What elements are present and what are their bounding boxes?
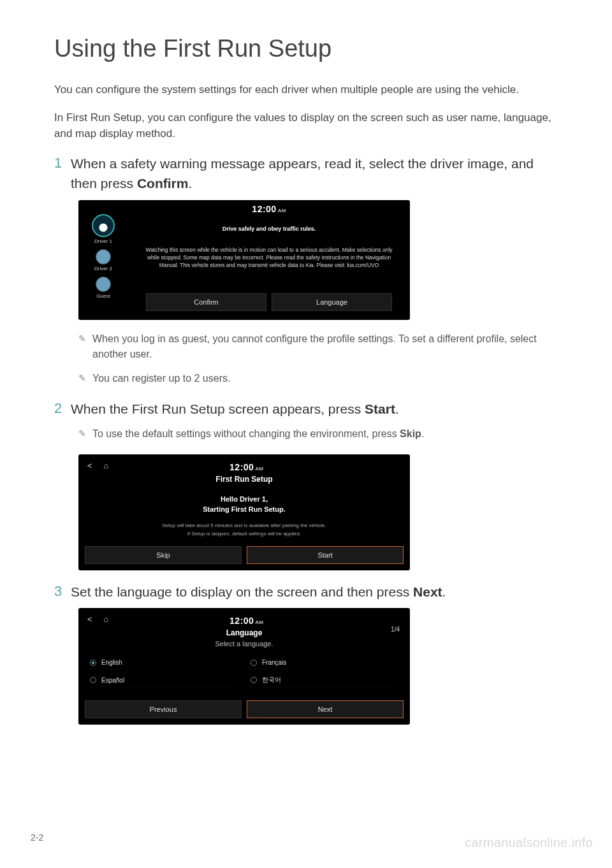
setup-note-1: Setup will take about 5 minutes and is a… bbox=[104, 522, 384, 530]
screen-title: First Run Setup bbox=[78, 472, 410, 484]
step-2-text: When the First Run Setup screen appears,… bbox=[71, 399, 399, 419]
note-skip: To use the default settings without chan… bbox=[92, 426, 424, 442]
pager: 1/4 bbox=[391, 626, 400, 633]
screen-subtitle: Select a language. bbox=[78, 637, 410, 647]
watermark: carmanualsonline.info bbox=[465, 835, 593, 850]
screenshot-language: < ⌂ 12:00AM Language 1/4 Select a langua… bbox=[78, 608, 410, 725]
pencil-icon: ✎ bbox=[78, 426, 86, 440]
lang-option-english[interactable]: English bbox=[90, 656, 238, 669]
clock: 12:00AM bbox=[92, 458, 401, 472]
start-button[interactable]: Start bbox=[247, 546, 404, 564]
pencil-icon: ✎ bbox=[78, 371, 86, 385]
driver1-label: Driver 1 bbox=[94, 238, 112, 244]
back-icon[interactable]: < bbox=[87, 461, 92, 470]
guest-avatar[interactable] bbox=[96, 277, 111, 292]
previous-button[interactable]: Previous bbox=[85, 700, 242, 718]
intro-paragraph-1: You can configure the system settings fo… bbox=[54, 82, 561, 98]
screen-title: Language bbox=[78, 626, 410, 637]
driver-selector: Driver 1 Driver 2 Guest bbox=[78, 200, 128, 320]
step-2: 2 When the First Run Setup screen appear… bbox=[54, 399, 561, 419]
clock: 12:00AM bbox=[140, 200, 398, 214]
setup-note-2: If Setup is skipped, default settings wi… bbox=[104, 530, 384, 539]
skip-button[interactable]: Skip bbox=[85, 546, 242, 564]
note-register: You can register up to 2 users. bbox=[92, 371, 230, 386]
page-number: 2-2 bbox=[31, 832, 43, 843]
step-1: 1 When a safety warning message appears,… bbox=[54, 154, 561, 194]
radio-icon bbox=[90, 677, 96, 683]
radio-icon bbox=[90, 660, 96, 666]
screenshot-first-run: < ⌂ 12:00AM First Run Setup Hello Driver… bbox=[78, 454, 410, 570]
pencil-icon: ✎ bbox=[78, 331, 86, 345]
language-button[interactable]: Language bbox=[272, 293, 392, 311]
confirm-button[interactable]: Confirm bbox=[146, 293, 266, 311]
page-title: Using the First Run Setup bbox=[54, 35, 561, 62]
radio-icon bbox=[251, 677, 257, 683]
step-1-notes: ✎ When you log in as guest, you cannot c… bbox=[78, 331, 561, 386]
warning-body: Watching this screen while the vehicle i… bbox=[140, 246, 398, 270]
driver1-avatar[interactable] bbox=[92, 214, 115, 237]
lang-option-francais[interactable]: Français bbox=[251, 656, 398, 669]
step-3-number: 3 bbox=[54, 582, 71, 602]
driver2-label: Driver 2 bbox=[94, 266, 112, 271]
lang-option-korean[interactable]: 한국어 bbox=[251, 673, 398, 688]
step-2-number: 2 bbox=[54, 399, 71, 419]
step-3-text: Set the language to display on the scree… bbox=[71, 582, 446, 602]
note-guest: When you log in as guest, you cannot con… bbox=[92, 331, 561, 362]
next-button[interactable]: Next bbox=[247, 700, 404, 718]
step-1-text: When a safety warning message appears, r… bbox=[71, 154, 561, 194]
step-1-number: 1 bbox=[54, 154, 71, 194]
step-2-notes: ✎ To use the default settings without ch… bbox=[78, 426, 561, 442]
step-3: 3 Set the language to display on the scr… bbox=[54, 582, 561, 602]
clock: 12:00AM bbox=[92, 612, 401, 626]
radio-icon bbox=[251, 660, 257, 666]
back-icon[interactable]: < bbox=[87, 614, 92, 624]
guest-label: Guest bbox=[96, 293, 110, 299]
driver2-avatar[interactable] bbox=[96, 249, 111, 264]
lang-option-espanol[interactable]: Español bbox=[90, 673, 238, 688]
starting-text: Starting First Run Setup. bbox=[104, 505, 384, 513]
hello-text: Hello Driver 1, bbox=[104, 495, 384, 503]
intro-paragraph-2: In First Run Setup, you can configure th… bbox=[54, 110, 561, 142]
warning-heading: Drive safely and obey traffic rules. bbox=[140, 226, 398, 232]
screenshot-safety-warning: Driver 1 Driver 2 Guest 12:00AM Drive sa… bbox=[78, 200, 410, 320]
